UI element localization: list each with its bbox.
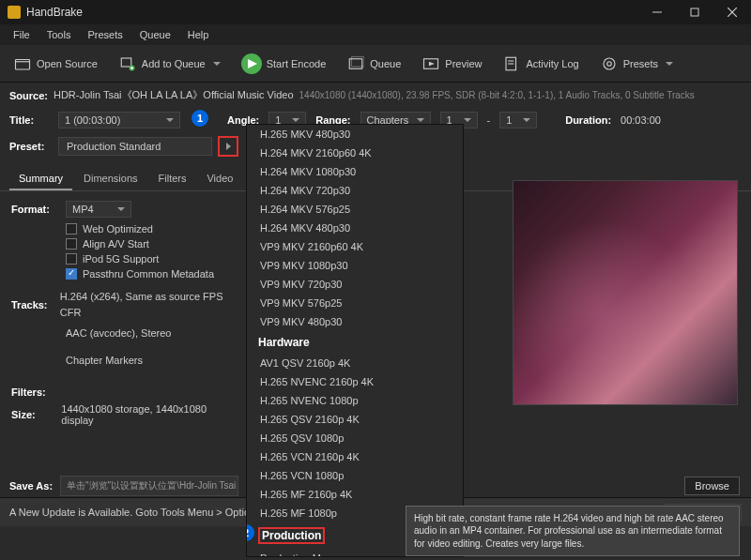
duration-value: 00:03:00 — [621, 114, 661, 126]
preset-item[interactable]: H.265 NVENC 2160p 4K — [247, 372, 463, 391]
preset-item[interactable]: VP9 MKV 2160p60 4K — [247, 237, 463, 256]
close-button[interactable] — [713, 0, 751, 24]
preset-item[interactable]: H.264 MKV 576p25 — [247, 200, 463, 219]
duration-label: Duration: — [565, 114, 611, 126]
preset-item[interactable]: H.264 MKV 480p30 — [247, 219, 463, 237]
menu-presets[interactable]: Presets — [80, 27, 130, 42]
preset-item[interactable]: H.265 VCN 1080p — [247, 466, 463, 485]
source-value: HDR-Jolin Tsai《OH LA LA LA》Official Musi… — [54, 88, 294, 102]
chevron-down-icon — [292, 118, 299, 122]
tab-filters[interactable]: Filters — [149, 168, 196, 190]
queue-icon — [346, 55, 365, 72]
add-to-queue-label: Add to Queue — [142, 58, 206, 69]
preset-item[interactable]: H.265 QSV 1080p — [247, 429, 463, 447]
ipod-checkbox[interactable] — [66, 253, 77, 265]
summary-left-column: Format: MP4 Web Optimized Align A/V Star… — [11, 201, 227, 431]
tab-summary[interactable]: Summary — [9, 168, 72, 190]
tracks-line2: AAC (avcodec), Stereo — [66, 325, 227, 341]
dash-separator: - — [487, 114, 491, 126]
align-av-row[interactable]: Align A/V Start — [66, 238, 227, 250]
preset-item[interactable]: H.265 NVENC 1080p — [247, 391, 463, 410]
add-to-queue-button[interactable]: Add to Queue — [111, 52, 228, 76]
title-label: Title: — [9, 114, 49, 126]
chevron-down-icon — [166, 118, 174, 122]
preset-popup: H.265 MKV 480p30H.264 MKV 2160p60 4KH.26… — [246, 124, 464, 557]
preset-item[interactable]: H.265 MKV 480p30 — [247, 125, 463, 144]
chapter-end-dropdown[interactable]: 1 — [499, 112, 537, 129]
passthru-row[interactable]: Passthru Common Metadata — [66, 268, 227, 280]
preset-item[interactable]: VP9 MKV 480p30 — [247, 312, 463, 331]
tab-video[interactable]: Video — [197, 168, 242, 190]
chevron-down-icon — [117, 207, 125, 211]
log-icon — [502, 55, 521, 72]
svg-point-18 — [606, 61, 611, 66]
svg-rect-4 — [16, 59, 30, 69]
source-meta: 1440x1080 (1440x1080), 23.98 FPS, SDR (8… — [299, 90, 695, 100]
folder-icon — [13, 55, 32, 72]
open-source-button[interactable]: Open Source — [6, 52, 105, 76]
chevron-down-icon — [464, 118, 471, 122]
presets-button[interactable]: Presets — [592, 52, 681, 76]
chevron-down-icon — [523, 118, 530, 122]
preset-dropdown[interactable]: Production Standard — [58, 137, 212, 156]
svg-rect-5 — [121, 58, 131, 67]
maximize-button[interactable] — [676, 0, 713, 24]
titlebar: HandBrake — [0, 0, 751, 24]
start-encode-label: Start Encode — [267, 58, 327, 69]
title-dropdown[interactable]: 1 (00:03:00) — [58, 112, 180, 129]
save-as-input[interactable]: 单击"浏览"以设置默认位置\Hdr-Jolin Tsai《Oh La... — [60, 476, 238, 496]
minimize-button[interactable] — [638, 0, 676, 24]
preset-item[interactable]: AV1 QSV 2160p 4K — [247, 354, 463, 372]
source-row: Source: HDR-Jolin Tsai《OH LA LA LA》Offic… — [0, 83, 751, 108]
preset-item[interactable]: VP9 MKV 1080p30 — [247, 256, 463, 275]
preset-item[interactable]: VP9 MKV 576p25 — [247, 294, 463, 312]
size-value: 1440x1080 storage, 1440x1080 display — [61, 403, 227, 426]
presets-icon — [600, 55, 619, 72]
toolbar: Open Source Add to Queue Start Encode Qu… — [0, 45, 751, 83]
window-controls — [638, 0, 751, 24]
preset-item[interactable]: H.265 VCN 2160p 4K — [247, 447, 463, 466]
activity-log-button[interactable]: Activity Log — [495, 52, 586, 76]
annotation-badge-1: 1 — [192, 110, 208, 127]
preset-item[interactable]: H.264 MKV 2160p60 4K — [247, 144, 463, 162]
preset-value: Production Standard — [67, 141, 161, 152]
preset-expand-highlight[interactable] — [218, 136, 238, 157]
open-source-label: Open Source — [37, 58, 98, 69]
preset-item[interactable]: VP9 MKV 720p30 — [247, 275, 463, 294]
format-dropdown[interactable]: MP4 — [66, 201, 131, 218]
size-label: Size: — [11, 409, 61, 420]
menu-tools[interactable]: Tools — [39, 27, 79, 42]
start-encode-button[interactable]: Start Encode — [234, 50, 334, 78]
preview-thumbnail — [513, 181, 737, 404]
presets-label: Presets — [623, 58, 658, 69]
preset-item[interactable]: H.264 MKV 720p30 — [247, 181, 463, 200]
preset-item[interactable]: H.265 QSV 2160p 4K — [247, 410, 463, 429]
production-header-highlight: Production — [258, 527, 325, 544]
svg-marker-13 — [430, 62, 434, 65]
chevron-down-icon — [417, 118, 424, 122]
preview-icon — [421, 55, 440, 72]
tracks-line1: H.264 (x264), Same as source FPS CFR — [60, 289, 227, 320]
update-notice: A New Update is Available. Goto Tools Me… — [9, 507, 250, 518]
preview-label: Preview — [445, 58, 482, 69]
menu-file[interactable]: File — [6, 27, 38, 42]
passthru-checkbox[interactable] — [66, 268, 77, 280]
tab-dimensions[interactable]: Dimensions — [74, 168, 146, 190]
menu-help[interactable]: Help — [180, 27, 217, 42]
svg-marker-9 — [248, 59, 257, 68]
preview-button[interactable]: Preview — [414, 52, 489, 76]
tracks-line3: Chapter Markers — [66, 353, 227, 369]
web-optimized-row[interactable]: Web Optimized — [66, 223, 227, 235]
video-preview[interactable] — [513, 180, 738, 405]
browse-button[interactable]: Browse — [684, 477, 740, 495]
web-optimized-checkbox[interactable] — [66, 223, 77, 235]
preset-label: Preset: — [9, 141, 49, 152]
preset-item[interactable]: H.264 MKV 1080p30 — [247, 162, 463, 181]
menu-queue[interactable]: Queue — [132, 27, 178, 42]
preset-item[interactable]: H.265 MF 2160p 4K — [247, 485, 463, 504]
ipod-row[interactable]: iPod 5G Support — [66, 253, 227, 265]
queue-button[interactable]: Queue — [339, 52, 408, 76]
triangle-right-icon — [226, 143, 231, 150]
align-av-checkbox[interactable] — [66, 238, 77, 250]
window-title: HandBrake — [26, 6, 638, 19]
